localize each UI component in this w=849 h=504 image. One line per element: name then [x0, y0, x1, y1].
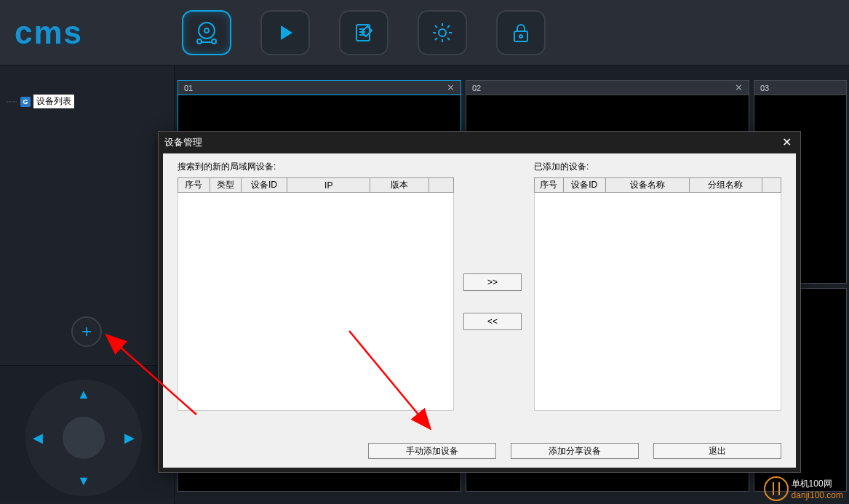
pane-label: 03: [760, 81, 769, 95]
col-seq[interactable]: 序号: [178, 178, 210, 193]
add-share-button[interactable]: 添加分享设备: [511, 443, 639, 459]
add-device-button[interactable]: +: [71, 316, 102, 347]
ptz-up-icon[interactable]: ▲: [77, 387, 90, 402]
col-group[interactable]: 分组名称: [690, 178, 762, 193]
tree-root-icon: G: [20, 97, 31, 107]
nav-play-button[interactable]: [260, 10, 310, 55]
sidebar: ┈┈ G 设备列表 + ▲ ▼ ◀ ▶: [0, 65, 175, 504]
ptz-left-icon[interactable]: ◀: [33, 430, 43, 446]
manual-add-button[interactable]: 手动添加设备: [368, 443, 496, 459]
preview-icon: [194, 20, 219, 45]
tree-connector: ┈┈: [6, 97, 17, 107]
nav-log-button[interactable]: [339, 10, 388, 55]
col-seq[interactable]: 序号: [535, 178, 564, 193]
added-label: 已添加的设备:: [534, 161, 781, 173]
app-logo: cms: [15, 15, 153, 51]
svg-point-1: [204, 28, 209, 33]
col-devid[interactable]: 设备ID: [242, 178, 287, 193]
svg-point-7: [519, 35, 522, 38]
col-devid[interactable]: 设备ID: [563, 178, 605, 193]
discovered-zone: 搜索到的新的局域网设备: 序号 类型 设备ID IP 版本: [178, 161, 454, 411]
gear-icon: [431, 21, 454, 44]
watermark-line2: danji100.com: [792, 490, 843, 500]
col-type[interactable]: 类型: [210, 178, 242, 193]
tree-root-node[interactable]: ┈┈ G 设备列表: [6, 95, 168, 108]
svg-point-0: [199, 23, 215, 39]
pane-tab-03: 03: [754, 81, 846, 95]
svg-rect-6: [514, 31, 527, 41]
dialog-footer: 手动添加设备 添加分享设备 退出: [368, 443, 781, 459]
col-ip[interactable]: IP: [287, 178, 370, 193]
ptz-down-icon[interactable]: ▼: [77, 473, 90, 489]
dialog-body: 搜索到的新的局域网设备: 序号 类型 设备ID IP 版本 >> << 已添加的…: [163, 153, 796, 468]
col-name[interactable]: 设备名称: [605, 178, 689, 193]
device-tree[interactable]: ┈┈ G 设备列表: [0, 65, 174, 137]
nav-lock-button[interactable]: [496, 10, 546, 55]
device-manage-dialog: 设备管理 ✕ 搜索到的新的局域网设备: 序号 类型 设备ID IP 版本 >> …: [158, 131, 801, 473]
ptz-dpad[interactable]: ▲ ▼ ◀ ▶: [25, 380, 142, 496]
nav-settings-button[interactable]: [418, 10, 467, 55]
exit-button[interactable]: 退出: [653, 443, 781, 459]
close-icon[interactable]: ✕: [735, 81, 743, 95]
play-icon: [275, 23, 295, 43]
pane-tab-02: 02 ✕: [466, 81, 749, 95]
discovered-label: 搜索到的新的局域网设备:: [178, 161, 454, 173]
col-extra[interactable]: [429, 178, 453, 193]
close-icon[interactable]: ✕: [779, 132, 794, 153]
lock-icon: [511, 22, 531, 44]
log-icon: [353, 22, 375, 44]
pane-label: 02: [472, 81, 481, 95]
discovered-body[interactable]: [178, 193, 454, 411]
nav-preview-button[interactable]: [182, 10, 231, 55]
pane-label: 01: [184, 81, 193, 95]
col-extra[interactable]: [762, 178, 781, 193]
watermark: 单机100网 danji100.com: [764, 476, 843, 501]
added-zone: 已添加的设备: 序号 设备ID 设备名称 分组名称: [534, 161, 781, 411]
col-ver[interactable]: 版本: [370, 178, 429, 193]
topbar: cms: [0, 0, 849, 65]
watermark-logo-icon: [764, 476, 789, 501]
transfer-buttons: >> <<: [463, 273, 525, 352]
pane-tab-01: 01 ✕: [178, 81, 461, 95]
added-body[interactable]: [535, 193, 781, 411]
close-icon[interactable]: ✕: [447, 81, 455, 95]
ptz-panel: ▲ ▼ ◀ ▶: [0, 365, 174, 500]
dialog-titlebar[interactable]: 设备管理 ✕: [159, 132, 800, 153]
watermark-line1: 单机100网: [792, 478, 843, 490]
ptz-right-icon[interactable]: ▶: [124, 430, 135, 446]
move-right-button[interactable]: >>: [463, 273, 522, 291]
svg-point-5: [439, 29, 446, 36]
added-table[interactable]: 序号 设备ID 设备名称 分组名称: [534, 177, 781, 411]
tree-root-label: 设备列表: [33, 95, 74, 108]
move-left-button[interactable]: <<: [463, 313, 522, 330]
dialog-title: 设备管理: [164, 132, 202, 153]
plus-icon: +: [81, 321, 92, 342]
discovered-table[interactable]: 序号 类型 设备ID IP 版本: [178, 177, 454, 411]
